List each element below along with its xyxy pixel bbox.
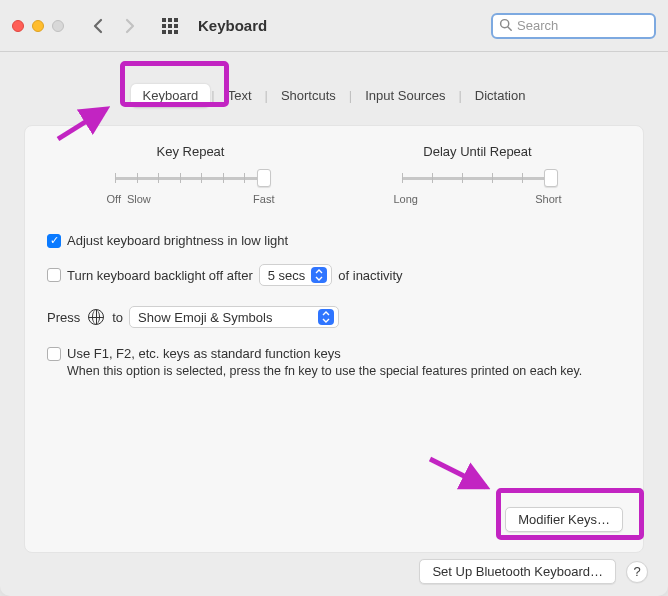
modifier-keys-button[interactable]: Modifier Keys…: [505, 507, 623, 532]
globe-icon: [88, 309, 104, 325]
backlight-delay-value: 5 secs: [268, 268, 306, 283]
delay-short-label: Short: [535, 193, 561, 205]
bluetooth-keyboard-button[interactable]: Set Up Bluetooth Keyboard…: [419, 559, 616, 584]
svg-line-2: [58, 109, 106, 139]
delay-track[interactable]: [402, 169, 552, 189]
key-repeat-knob[interactable]: [257, 169, 271, 187]
key-repeat-slider: Key Repeat Off Slow Fast: [53, 144, 329, 205]
delay-long-label: Long: [393, 193, 417, 205]
globe-mid: to: [112, 310, 123, 325]
annotation-arrow-1: [54, 103, 114, 146]
search-icon: [499, 18, 512, 34]
keyboard-panel: Key Repeat Off Slow Fast Delay Until Rep…: [24, 125, 644, 553]
annotation-arrow-2: [426, 455, 496, 498]
tab-input-sources[interactable]: Input Sources: [353, 84, 457, 107]
help-button[interactable]: ?: [626, 561, 648, 583]
show-all-icon[interactable]: [160, 16, 180, 36]
back-button[interactable]: [84, 14, 112, 38]
delay-knob[interactable]: [544, 169, 558, 187]
delay-slider: Delay Until Repeat Long Short: [340, 144, 616, 205]
delay-label: Delay Until Repeat: [423, 144, 531, 159]
adjust-brightness-checkbox[interactable]: [47, 234, 61, 248]
chevron-updown-icon: [318, 309, 334, 325]
globe-prefix: Press: [47, 310, 80, 325]
tab-keyboard[interactable]: Keyboard: [131, 84, 211, 107]
backlight-delay-select[interactable]: 5 secs: [259, 264, 333, 286]
backlight-off-prefix: Turn keyboard backlight off after: [67, 268, 253, 283]
backlight-off-suffix: of inactivity: [338, 268, 402, 283]
globe-action-select[interactable]: Show Emoji & Symbols: [129, 306, 339, 328]
chevron-updown-icon: [311, 267, 327, 283]
forward-button: [116, 14, 144, 38]
zoom-icon: [52, 20, 64, 32]
fn-keys-label: Use F1, F2, etc. keys as standard functi…: [67, 346, 341, 361]
fn-keys-checkbox[interactable]: [47, 347, 61, 361]
window-controls: [12, 20, 64, 32]
tab-text[interactable]: Text: [216, 84, 264, 107]
svg-line-1: [508, 26, 511, 29]
search-field[interactable]: [491, 13, 656, 39]
minimize-icon[interactable]: [32, 20, 44, 32]
svg-line-3: [430, 459, 486, 487]
key-repeat-off-label: Off: [106, 193, 120, 205]
fn-keys-description: When this option is selected, press the …: [67, 363, 621, 381]
close-icon[interactable]: [12, 20, 24, 32]
search-input[interactable]: [517, 18, 668, 33]
backlight-off-checkbox[interactable]: [47, 268, 61, 282]
key-repeat-fast-label: Fast: [253, 193, 274, 205]
tab-shortcuts[interactable]: Shortcuts: [269, 84, 348, 107]
key-repeat-slow-label: Slow: [127, 193, 151, 205]
adjust-brightness-label: Adjust keyboard brightness in low light: [67, 233, 288, 248]
preferences-window: Keyboard Keyboard | Text | Shortcuts | I…: [0, 0, 668, 596]
key-repeat-track[interactable]: [115, 169, 265, 189]
titlebar: Keyboard: [0, 0, 668, 52]
bottom-bar: Set Up Bluetooth Keyboard… ?: [419, 559, 648, 584]
key-repeat-label: Key Repeat: [157, 144, 225, 159]
tab-dictation[interactable]: Dictation: [463, 84, 538, 107]
globe-action-value: Show Emoji & Symbols: [138, 310, 272, 325]
window-title: Keyboard: [198, 17, 267, 34]
nav-arrows: [84, 14, 144, 38]
